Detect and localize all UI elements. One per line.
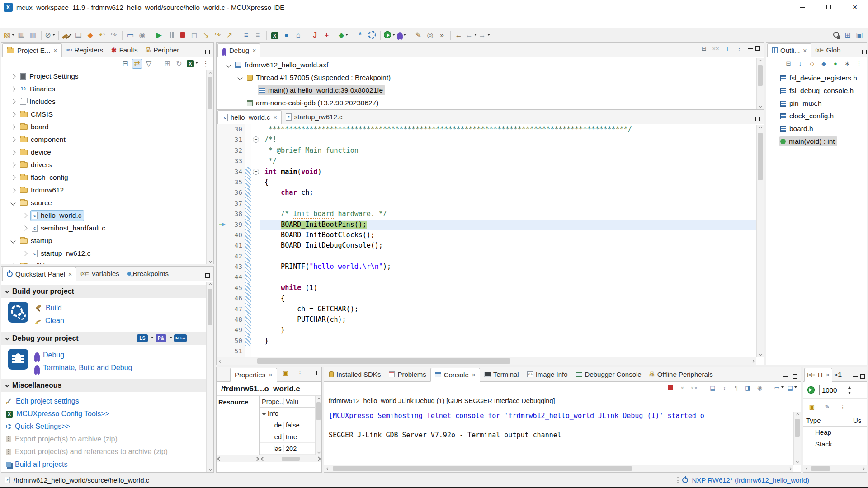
- dropdown-caret-icon[interactable]: [69, 34, 72, 37]
- view-tab[interactable]: Problems: [385, 367, 430, 381]
- step-return-icon[interactable]: ↗: [224, 29, 236, 41]
- open-console-icon[interactable]: ▤: [787, 383, 798, 393]
- remove-all-terminated-icon[interactable]: ××: [689, 383, 699, 393]
- hide-fields-icon[interactable]: ◇: [807, 59, 817, 69]
- gutter-marker[interactable]: [217, 325, 226, 335]
- code-line[interactable]: 34int main(void): [217, 167, 764, 177]
- dropdown-caret-icon[interactable]: [12, 34, 14, 37]
- chevron-icon[interactable]: [22, 251, 27, 256]
- view-tab[interactable]: H: [804, 368, 832, 382]
- minimize-view-icon[interactable]: [853, 52, 858, 52]
- maximize-view-icon[interactable]: [755, 117, 760, 121]
- menu-item[interactable]: [102, 19, 111, 23]
- chevron-icon[interactable]: [10, 112, 15, 117]
- properties-left-hscroll[interactable]: [217, 455, 260, 462]
- properties-table-header[interactable]: Prope... Valu: [260, 396, 321, 408]
- gutter-marker[interactable]: [217, 262, 226, 272]
- gutter-marker[interactable]: [217, 336, 226, 346]
- jlink-badge[interactable]: J-Link: [174, 334, 187, 342]
- chevron-icon[interactable]: [10, 162, 15, 167]
- tree-item[interactable]: source: [1, 197, 213, 209]
- view-tab[interactable]: Project E...: [2, 43, 62, 57]
- menu-item[interactable]: [111, 19, 120, 23]
- tree-item[interactable]: device: [1, 146, 213, 159]
- maximize-window-button[interactable]: [816, 0, 842, 14]
- minimize-view-icon[interactable]: [748, 48, 753, 49]
- gutter-marker[interactable]: [217, 135, 226, 145]
- debug-tree-item[interactable]: arm-none-eabi-gdb (13.2.90.20230627): [217, 97, 764, 109]
- tree-item[interactable]: flash_config: [1, 171, 213, 184]
- dropdown-caret-icon[interactable]: [781, 386, 784, 389]
- menu-item[interactable]: [12, 19, 21, 23]
- pin-editor-icon[interactable]: ◉: [137, 29, 148, 41]
- minimize-view-icon[interactable]: [746, 119, 751, 119]
- close-window-button[interactable]: ×: [842, 0, 868, 14]
- tree-item[interactable]: Binaries: [1, 83, 213, 95]
- terminate-icon[interactable]: [177, 29, 189, 41]
- code-line[interactable]: 35{: [217, 177, 764, 188]
- chevron-icon[interactable]: [22, 213, 27, 218]
- code-line[interactable]: 30 *************************************…: [217, 124, 764, 135]
- instruction-stepping-icon[interactable]: ≡: [241, 29, 252, 41]
- pemicro-badge[interactable]: P&: [156, 334, 166, 342]
- view-tab[interactable]: Debugger Console: [572, 367, 646, 381]
- project-explorer-scrollbar[interactable]: [206, 70, 213, 264]
- status-target-link[interactable]: NXP RW612* (frdmrw612_hello_world): [692, 476, 809, 484]
- quickstart-link[interactable]: MCUXpresso Config Tools>>: [6, 408, 213, 420]
- view-tab[interactable]: Registers: [62, 43, 107, 57]
- gutter-marker[interactable]: [217, 240, 226, 251]
- code-line[interactable]: 46 {: [217, 293, 764, 304]
- gutter-marker[interactable]: [217, 209, 226, 219]
- spin-down-icon[interactable]: [845, 390, 853, 395]
- menu-item[interactable]: [93, 19, 102, 23]
- minimize-window-button[interactable]: [789, 0, 816, 14]
- maximize-view-icon[interactable]: [862, 50, 867, 54]
- chevron-icon[interactable]: [10, 150, 15, 155]
- properties-resource-header[interactable]: Resource: [217, 396, 260, 455]
- menu-item[interactable]: [3, 19, 12, 23]
- chevron-icon[interactable]: [10, 263, 15, 264]
- gutter-marker[interactable]: [217, 272, 226, 282]
- tree-item[interactable]: drivers: [1, 159, 213, 171]
- new-heap-view-icon[interactable]: ▣: [806, 401, 818, 413]
- gutter-marker[interactable]: [217, 145, 226, 156]
- tree-item[interactable]: startup_rw612.c: [1, 247, 213, 260]
- debug-perspective-icon[interactable]: ▣: [854, 29, 865, 41]
- run-icon[interactable]: [383, 29, 396, 41]
- editor-vertical-scrollbar[interactable]: [756, 125, 764, 357]
- gutter-marker[interactable]: [217, 167, 226, 177]
- properties-row[interactable]: defalse: [260, 419, 321, 431]
- heap-table-header[interactable]: Type Us: [803, 415, 867, 427]
- code-line[interactable]: 45 while (1): [217, 283, 764, 293]
- code-line[interactable]: 37: [217, 198, 764, 209]
- save-all-icon[interactable]: ▥: [27, 29, 39, 41]
- ide-home-icon[interactable]: ⌂: [292, 29, 304, 41]
- view-tab[interactable]: Outli...: [767, 43, 811, 57]
- step-over-icon[interactable]: ↷: [212, 29, 224, 41]
- view-tab[interactable]: Offline Peripherals: [646, 367, 717, 381]
- chevron-icon[interactable]: [10, 74, 15, 79]
- attach-probe-icon[interactable]: +: [321, 29, 333, 41]
- gutter-marker[interactable]: [217, 156, 226, 166]
- tree-item[interactable]: startup: [1, 235, 213, 247]
- debug-dropdown-icon[interactable]: [396, 29, 408, 41]
- minimize-view-icon[interactable]: [196, 276, 201, 276]
- console-horizontal-scrollbar[interactable]: [324, 465, 793, 472]
- close-tab-icon[interactable]: [472, 371, 476, 379]
- gutter-marker[interactable]: [217, 177, 226, 188]
- code-line[interactable]: 40 BOARD_InitBootClocks();: [217, 230, 764, 240]
- collapse-all-icon[interactable]: ⊟: [783, 59, 793, 69]
- back-icon[interactable]: ←: [465, 29, 478, 41]
- chevron-icon[interactable]: [237, 75, 242, 80]
- forward-icon[interactable]: →: [478, 29, 491, 41]
- show-disassembly-icon[interactable]: ≡: [252, 29, 264, 41]
- gutter-marker[interactable]: [217, 293, 226, 304]
- tree-item[interactable]: semihost_hardfault.c: [1, 222, 213, 235]
- view-tab[interactable]: Properties: [230, 368, 277, 382]
- gutter-marker[interactable]: [217, 198, 226, 209]
- start-monitoring-icon[interactable]: [805, 384, 817, 396]
- quickstart-link[interactable]: Build: [35, 302, 213, 314]
- view-tab[interactable]: Peripher...: [142, 43, 189, 57]
- minimize-view-icon[interactable]: [853, 376, 858, 377]
- dropdown-caret-icon[interactable]: [52, 34, 55, 37]
